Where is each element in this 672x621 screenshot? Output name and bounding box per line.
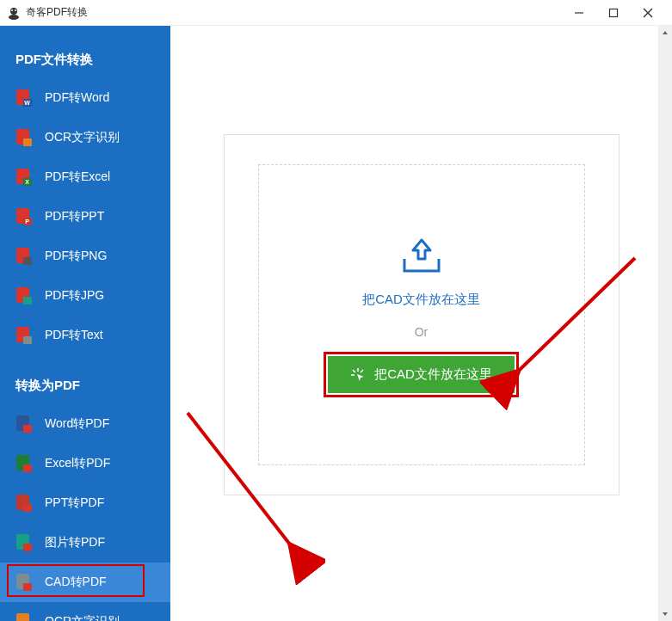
sidebar-item-cad-to-pdf[interactable]: CAD转PDF xyxy=(0,563,170,602)
svg-rect-5 xyxy=(610,9,618,16)
ocr-pdf-icon xyxy=(15,612,33,621)
pdf-png-icon xyxy=(15,247,33,266)
svg-rect-12 xyxy=(23,138,32,146)
svg-rect-26 xyxy=(23,425,32,433)
sidebar-item-pdf-to-ppt[interactable]: P PDF转PPT xyxy=(0,197,170,237)
svg-text:P: P xyxy=(25,218,29,224)
pdf-jpg-icon xyxy=(15,286,33,305)
sidebar-item-label: OCR文字识别 xyxy=(45,614,120,621)
pdf-ocr-icon xyxy=(15,128,33,147)
dropzone[interactable]: 把CAD文件放在这里 Or 把CAD文件放在这里 xyxy=(258,164,585,465)
button-label: 把CAD文件放在这里 xyxy=(374,366,492,383)
sidebar-item-label: Word转PDF xyxy=(45,416,109,432)
or-label: Or xyxy=(415,325,428,339)
sidebar-item-label: PPT转PDF xyxy=(45,495,104,511)
sidebar: PDF文件转换 W PDF转Word OCR文字识别 X PDF转Excel P… xyxy=(0,26,170,621)
svg-line-40 xyxy=(361,370,363,372)
minimize-button[interactable] xyxy=(562,0,596,26)
upload-icon xyxy=(398,237,446,278)
sidebar-item-pdf-to-jpg[interactable]: PDF转JPG xyxy=(0,276,170,316)
sidebar-item-word-to-pdf[interactable]: Word转PDF xyxy=(0,404,170,444)
svg-rect-35 xyxy=(16,613,29,621)
sidebar-item-pdf-to-text[interactable]: PDF转Text xyxy=(0,316,170,355)
app-icon xyxy=(7,6,21,20)
main-area: 把CAD文件放在这里 Or 把CAD文件放在这里 xyxy=(170,26,672,621)
sidebar-item-label: PDF转Excel xyxy=(45,169,110,185)
svg-line-39 xyxy=(353,370,355,372)
svg-rect-34 xyxy=(23,583,32,591)
sidebar-item-label: PDF转Text xyxy=(45,328,103,343)
excel-pdf-icon xyxy=(15,454,33,473)
svg-rect-22 xyxy=(23,297,32,304)
sidebar-item-label: Excel转PDF xyxy=(45,456,110,471)
svg-point-0 xyxy=(10,8,17,15)
svg-rect-30 xyxy=(23,504,32,512)
cad-pdf-icon xyxy=(15,573,33,592)
close-button[interactable] xyxy=(631,0,665,26)
sidebar-item-label: PDF转PNG xyxy=(45,249,107,264)
sidebar-item-ocr-to-pdf[interactable]: OCR文字识别 xyxy=(0,602,170,621)
group-title-to-pdf: 转换为PDF xyxy=(0,369,170,404)
sidebar-item-ocr[interactable]: OCR文字识别 xyxy=(0,118,170,157)
svg-rect-28 xyxy=(23,464,32,472)
sidebar-item-ppt-to-pdf[interactable]: PPT转PDF xyxy=(0,483,170,523)
sidebar-item-label: PDF转Word xyxy=(45,90,109,106)
scrollbar[interactable] xyxy=(658,26,672,621)
svg-point-1 xyxy=(9,15,19,20)
sidebar-item-label: OCR文字识别 xyxy=(45,130,120,145)
ppt-pdf-icon xyxy=(15,494,33,513)
svg-rect-32 xyxy=(23,544,32,551)
group-title-pdf-convert: PDF文件转换 xyxy=(0,43,170,78)
maximize-button[interactable] xyxy=(596,0,631,26)
sidebar-item-pdf-to-word[interactable]: W PDF转Word xyxy=(0,78,170,118)
svg-point-2 xyxy=(11,9,13,11)
window-title: 奇客PDF转换 xyxy=(26,5,562,20)
svg-point-3 xyxy=(15,9,16,11)
select-file-button[interactable]: 把CAD文件放在这里 xyxy=(328,356,515,393)
sidebar-item-label: 图片转PDF xyxy=(45,535,105,550)
sidebar-item-label: PDF转JPG xyxy=(45,288,104,304)
panel: 把CAD文件放在这里 Or 把CAD文件放在这里 xyxy=(224,134,620,495)
word-pdf-icon xyxy=(15,415,33,433)
svg-rect-24 xyxy=(23,336,32,344)
pdf-ppt-icon: P xyxy=(15,207,33,226)
scrollbar-up-arrow[interactable] xyxy=(658,26,672,40)
pdf-text-icon xyxy=(15,326,33,345)
sidebar-item-label: CAD转PDF xyxy=(45,575,107,590)
cursor-spark-icon xyxy=(350,367,366,383)
svg-text:W: W xyxy=(24,100,30,106)
sidebar-item-image-to-pdf[interactable]: 图片转PDF xyxy=(0,523,170,563)
scrollbar-down-arrow[interactable] xyxy=(658,607,672,621)
pdf-word-icon: W xyxy=(15,89,33,108)
sidebar-item-pdf-to-excel[interactable]: X PDF转Excel xyxy=(0,157,170,197)
sidebar-item-pdf-to-png[interactable]: PDF转PNG xyxy=(0,237,170,276)
sidebar-item-label: PDF转PPT xyxy=(45,209,104,224)
titlebar: 奇客PDF转换 xyxy=(0,0,672,26)
image-pdf-icon xyxy=(15,533,33,552)
pdf-excel-icon: X xyxy=(15,168,33,187)
svg-rect-20 xyxy=(23,257,32,265)
svg-text:X: X xyxy=(25,179,29,185)
drop-label: 把CAD文件放在这里 xyxy=(362,292,480,308)
sidebar-item-excel-to-pdf[interactable]: Excel转PDF xyxy=(0,444,170,483)
